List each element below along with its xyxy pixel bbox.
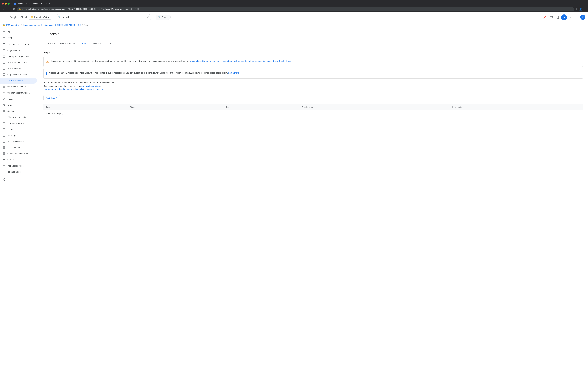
more-menu-icon[interactable]: ⋮ xyxy=(574,14,580,20)
project-selector[interactable]: 📁 PomodoroBot ▾ xyxy=(29,15,51,20)
info-text: Google automatically disables service ac… xyxy=(49,71,239,74)
top-nav: ☰ Google Cloud 📁 PomodoroBot ▾ 🔍 ✕ 🔍 Sea… xyxy=(0,12,588,22)
audit-logs-icon xyxy=(2,134,5,137)
new-tab-button[interactable]: + xyxy=(47,1,52,6)
svg-text:Google: Google xyxy=(10,16,17,19)
org-policies-link[interactable]: organisation policies xyxy=(82,85,100,87)
sidebar-item-labels[interactable]: Labels xyxy=(0,96,37,102)
workforce-identity-icon xyxy=(2,91,5,94)
active-tab[interactable]: admin – IAM and admin – Po… × xyxy=(12,1,47,6)
add-key-button[interactable]: ADD KEY ▾ xyxy=(43,95,60,100)
sidebar-item-tags[interactable]: Tags xyxy=(0,102,37,108)
google-logo-svg: Google xyxy=(10,16,20,19)
service-accounts-icon xyxy=(2,79,5,82)
sidebar-item-iam[interactable]: IAM xyxy=(0,29,37,35)
sidebar: IAM PAM Principal access bound… Organisa… xyxy=(0,28,38,381)
refresh-nav-button[interactable]: ↻ xyxy=(12,7,16,11)
collapse-icon: ❮ xyxy=(2,178,5,180)
sidebar-groups-label: Groups xyxy=(7,158,14,161)
sidebar-item-privacy-security[interactable]: Privacy and security xyxy=(0,114,37,120)
content-area: ← admin DETAILS PERMISSIONS KEYS METRICS xyxy=(38,28,588,381)
learn-more-auth-link[interactable]: Learn more about the best way to authent… xyxy=(216,60,291,62)
learn-more-org-policies-link[interactable]: Learn more about setting organisation po… xyxy=(43,88,105,90)
back-button[interactable]: ← xyxy=(43,31,48,37)
svg-rect-34 xyxy=(3,128,5,130)
svg-point-29 xyxy=(3,92,4,93)
forward-nav-button[interactable]: → xyxy=(7,7,11,11)
sidebar-item-audit-logs[interactable]: Audit logs xyxy=(0,132,37,138)
search-btn-icon: 🔍 xyxy=(158,16,161,18)
search-clear-icon[interactable]: ✕ xyxy=(147,16,149,19)
breadcrumb-service-account-id[interactable]: Service account: 103991732920133841308 xyxy=(41,24,81,26)
add-key-label: ADD KEY xyxy=(46,97,55,99)
sidebar-item-policy-troubleshooter[interactable]: Policy troubleshooter xyxy=(0,59,37,66)
sidebar-item-settings[interactable]: Settings xyxy=(0,108,37,114)
address-row: ← → ↻ 🔒 console.cloud.google.com/iam-adm… xyxy=(0,6,588,12)
sidebar-item-pam[interactable]: PAM xyxy=(0,35,37,41)
search-button[interactable]: 🔍 Search xyxy=(156,15,171,20)
sidebar-item-roles[interactable]: Roles xyxy=(0,126,37,132)
svg-rect-12 xyxy=(3,49,5,51)
project-name: PomodoroBot xyxy=(34,16,47,18)
user-initial: C xyxy=(582,16,584,19)
more-options-icon[interactable]: ⋮ xyxy=(584,7,586,11)
sidebar-item-asset-inventory[interactable]: Asset inventory xyxy=(0,144,37,151)
cloud-shell-icon[interactable] xyxy=(548,14,554,20)
sidebar-item-organisation-policies[interactable]: Organisation policies xyxy=(0,71,37,78)
sidebar-item-principal-access[interactable]: Principal access bound… xyxy=(0,41,37,47)
svg-point-32 xyxy=(4,111,4,112)
warning-text: Service account keys could pose a securi… xyxy=(51,60,292,63)
search-input[interactable] xyxy=(62,16,146,19)
svg-point-26 xyxy=(4,80,4,80)
essential-contacts-icon xyxy=(2,140,5,143)
tab-metrics[interactable]: METRICS xyxy=(89,40,104,47)
tab-logs[interactable]: LOGS xyxy=(104,40,115,47)
svg-point-28 xyxy=(3,86,4,88)
sidebar-item-essential-contacts[interactable]: Essential contacts xyxy=(0,138,37,144)
profile-icon[interactable]: 👤 xyxy=(579,7,582,11)
sidebar-item-identity-proxy[interactable]: Identity-Aware Proxy xyxy=(0,120,37,126)
sidebar-item-workforce-identity[interactable]: Workforce identity fede… xyxy=(0,90,37,96)
address-bar[interactable]: 🔒 console.cloud.google.com/iam-admin/ser… xyxy=(17,7,574,11)
learn-more-policy-link[interactable]: Learn more xyxy=(228,72,239,74)
table-empty-row: No rows to display xyxy=(43,110,583,117)
sidebar-item-release-notes[interactable]: Release notes xyxy=(0,169,37,175)
svg-point-50 xyxy=(4,159,5,160)
workload-identity-link[interactable]: workload identity federation xyxy=(189,60,215,62)
pin-icon[interactable]: 📌 xyxy=(542,14,548,20)
sidebar-identity-proxy-label: Identity-Aware Proxy xyxy=(7,122,26,124)
sidebar-service-accounts-label: Service accounts xyxy=(7,80,23,82)
sidebar-item-policy-analyser[interactable]: Policy analyser xyxy=(0,66,37,71)
search-bar[interactable]: 🔍 ✕ xyxy=(56,14,151,20)
browser-expand-icon[interactable]: ⌄ xyxy=(584,2,586,5)
svg-point-53 xyxy=(3,165,3,165)
docs-icon[interactable] xyxy=(555,14,561,20)
google-cloud-logo[interactable]: Google Cloud xyxy=(10,16,27,19)
back-nav-button[interactable]: ← xyxy=(2,7,6,11)
breadcrumb: 🔒 IAM and admin / Service accounts / Ser… xyxy=(0,22,588,28)
user-avatar[interactable]: C xyxy=(580,15,586,20)
warning-alert: ⚠ Service account keys could pose a secu… xyxy=(43,57,583,67)
sidebar-item-service-accounts[interactable]: Service accounts xyxy=(0,78,37,84)
sidebar-collapse-button[interactable]: ❮ xyxy=(0,176,37,182)
breadcrumb-sep-2: / xyxy=(40,24,40,26)
breadcrumb-service-accounts[interactable]: Service accounts xyxy=(23,24,39,26)
hamburger-menu-button[interactable]: ☰ xyxy=(2,14,8,21)
tab-details[interactable]: DETAILS xyxy=(43,40,58,47)
tab-keys[interactable]: KEYS xyxy=(78,40,89,47)
sidebar-item-groups[interactable]: Groups xyxy=(0,157,37,163)
sidebar-item-identity-organisation[interactable]: Identity and organisation xyxy=(0,53,37,59)
help-icon[interactable]: ? xyxy=(567,14,573,20)
groups-icon xyxy=(2,158,5,161)
tab-permissions[interactable]: PERMISSIONS xyxy=(58,40,78,47)
no-rows-message: No rows to display xyxy=(43,110,583,117)
sidebar-item-organisations[interactable]: Organisations xyxy=(0,47,37,53)
sidebar-item-workload-identity[interactable]: Workload Identity Fede… xyxy=(0,84,37,90)
svg-rect-51 xyxy=(3,165,5,167)
notification-badge[interactable]: 4 xyxy=(561,14,567,20)
bookmark-icon[interactable]: ☆ xyxy=(576,7,578,11)
sidebar-item-manage-resources[interactable]: Manage resources xyxy=(0,163,37,169)
tab-close-button[interactable]: × xyxy=(45,2,47,5)
breadcrumb-iam[interactable]: IAM and admin xyxy=(6,24,20,26)
sidebar-item-quotas[interactable]: Quotas and system limi… xyxy=(0,151,37,157)
